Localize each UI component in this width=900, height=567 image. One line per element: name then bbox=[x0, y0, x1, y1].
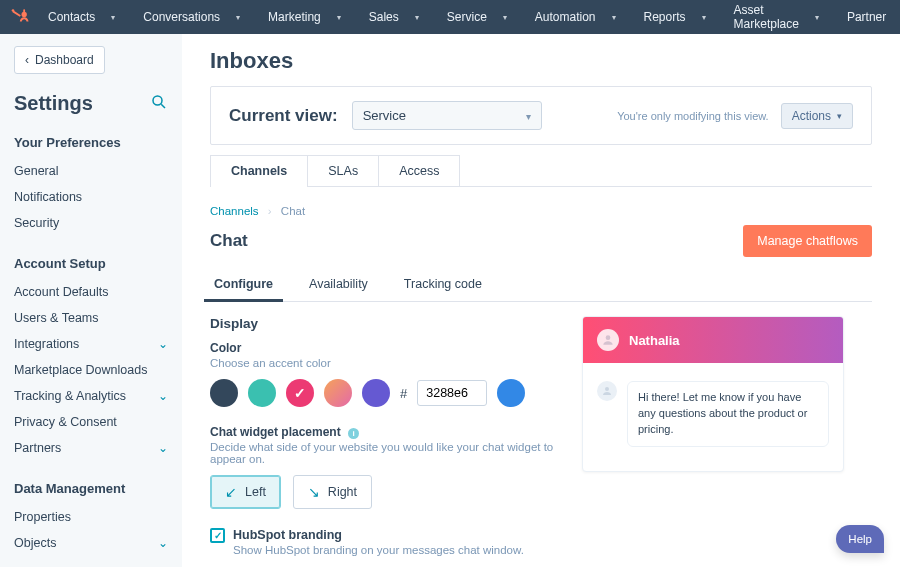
placement-options: ↙ Left ↘ Right bbox=[210, 475, 560, 509]
settings-sidebar: ‹ Dashboard Settings Your Preferences Ge… bbox=[0, 34, 182, 567]
chevron-right-icon: › bbox=[268, 205, 272, 217]
placement-left[interactable]: ↙ Left bbox=[210, 475, 281, 509]
section-your-preferences: Your Preferences bbox=[14, 135, 168, 150]
info-icon[interactable]: i bbox=[348, 428, 359, 439]
sidebar-item-users-teams[interactable]: Users & Teams bbox=[14, 305, 168, 331]
sidebar-item-partners[interactable]: Partners⌄ bbox=[14, 435, 168, 461]
placement-right[interactable]: ↘ Right bbox=[293, 475, 372, 509]
svg-point-4 bbox=[153, 96, 162, 105]
breadcrumb: Channels › Chat bbox=[210, 205, 872, 217]
arrow-down-left-icon: ↙ bbox=[225, 484, 237, 500]
placement-label: Chat widget placement i bbox=[210, 425, 560, 439]
hex-hash-label: # bbox=[400, 386, 407, 401]
preview-header: Nathalia bbox=[583, 317, 843, 363]
section-data-management: Data Management bbox=[14, 481, 168, 496]
back-to-dashboard-button[interactable]: ‹ Dashboard bbox=[14, 46, 105, 74]
swatch-pink[interactable] bbox=[286, 379, 314, 407]
sidebar-item-objects[interactable]: Objects⌄ bbox=[14, 530, 168, 556]
sidebar-item-notifications[interactable]: Notifications bbox=[14, 184, 168, 210]
chevron-down-icon: ▾ bbox=[526, 110, 531, 121]
chat-sub-tabs: Configure Availability Tracking code bbox=[210, 269, 872, 302]
branding-sub: Show HubSpot branding on your messages c… bbox=[233, 544, 524, 556]
chevron-down-icon: ⌄ bbox=[158, 441, 168, 455]
chevron-down-icon: ▾ bbox=[837, 111, 842, 121]
placement-help: Decide what side of your website you wou… bbox=[210, 441, 560, 465]
sidebar-item-account-defaults[interactable]: Account Defaults bbox=[14, 279, 168, 305]
preview-message: Hi there! Let me know if you have any qu… bbox=[627, 381, 829, 447]
help-button[interactable]: Help bbox=[836, 525, 884, 553]
settings-search-icon[interactable] bbox=[150, 93, 168, 114]
chat-preview: Nathalia Hi there! Let me know if you ha… bbox=[582, 316, 844, 472]
sidebar-item-security[interactable]: Security bbox=[14, 210, 168, 236]
subtab-availability[interactable]: Availability bbox=[305, 269, 372, 301]
actions-button[interactable]: Actions ▾ bbox=[781, 103, 853, 129]
color-label: Color bbox=[210, 341, 560, 355]
sidebar-item-tracking-analytics[interactable]: Tracking & Analytics⌄ bbox=[14, 383, 168, 409]
chevron-left-icon: ‹ bbox=[25, 53, 29, 67]
swatch-orange-gradient[interactable] bbox=[324, 379, 352, 407]
svg-rect-1 bbox=[23, 9, 25, 13]
tab-access[interactable]: Access bbox=[378, 155, 460, 186]
section-account-setup: Account Setup bbox=[14, 256, 168, 271]
chevron-down-icon: ⌄ bbox=[158, 337, 168, 351]
sidebar-item-properties[interactable]: Properties bbox=[14, 504, 168, 530]
hex-input[interactable] bbox=[417, 380, 487, 406]
svg-point-5 bbox=[606, 335, 611, 340]
manage-chatflows-button[interactable]: Manage chatflows bbox=[743, 225, 872, 257]
preview-name: Nathalia bbox=[629, 333, 680, 348]
tab-channels[interactable]: Channels bbox=[210, 155, 308, 186]
swatch-navy[interactable] bbox=[210, 379, 238, 407]
subtab-tracking-code[interactable]: Tracking code bbox=[400, 269, 486, 301]
current-view-select[interactable]: Service ▾ bbox=[352, 101, 542, 130]
sidebar-item-marketplace-downloads[interactable]: Marketplace Downloads bbox=[14, 357, 168, 383]
subtab-configure[interactable]: Configure bbox=[210, 269, 277, 301]
branding-label: HubSpot branding bbox=[233, 528, 342, 542]
checkbox-checked-icon[interactable]: ✓ bbox=[210, 528, 225, 543]
chat-heading: Chat bbox=[210, 231, 248, 251]
inbox-tabs: Channels SLAs Access bbox=[210, 155, 872, 187]
color-swatches: # bbox=[210, 379, 560, 407]
tab-slas[interactable]: SLAs bbox=[307, 155, 379, 186]
color-help: Choose an accent color bbox=[210, 357, 560, 369]
hubspot-logo[interactable] bbox=[10, 4, 30, 30]
page-title: Inboxes bbox=[210, 48, 872, 74]
display-section-title: Display bbox=[210, 316, 560, 331]
message-avatar-icon bbox=[597, 381, 617, 401]
chevron-down-icon: ⌄ bbox=[158, 536, 168, 550]
chevron-down-icon: ⌄ bbox=[158, 389, 168, 403]
top-nav: Contacts▾ Conversations▾ Marketing▾ Sale… bbox=[0, 0, 900, 34]
swatch-purple[interactable] bbox=[362, 379, 390, 407]
arrow-down-right-icon: ↘ bbox=[308, 484, 320, 500]
svg-point-2 bbox=[12, 9, 15, 12]
sidebar-item-general[interactable]: General bbox=[14, 158, 168, 184]
breadcrumb-current: Chat bbox=[281, 205, 305, 217]
main-content: Inboxes Current view: Service ▾ You're o… bbox=[182, 34, 900, 567]
branding-checkbox-row[interactable]: ✓ HubSpot branding Show HubSpot branding… bbox=[210, 527, 560, 556]
breadcrumb-channels-link[interactable]: Channels bbox=[210, 205, 259, 217]
svg-point-6 bbox=[605, 387, 609, 391]
swatch-teal[interactable] bbox=[248, 379, 276, 407]
current-view-hint: You're only modifying this view. bbox=[617, 110, 769, 122]
preview-avatar-icon bbox=[597, 329, 619, 351]
current-view-label: Current view: bbox=[229, 106, 338, 126]
current-view-card: Current view: Service ▾ You're only modi… bbox=[210, 86, 872, 145]
settings-title: Settings bbox=[14, 92, 93, 115]
sidebar-item-privacy-consent[interactable]: Privacy & Consent bbox=[14, 409, 168, 435]
swatch-custom[interactable] bbox=[497, 379, 525, 407]
sidebar-item-integrations[interactable]: Integrations⌄ bbox=[14, 331, 168, 357]
